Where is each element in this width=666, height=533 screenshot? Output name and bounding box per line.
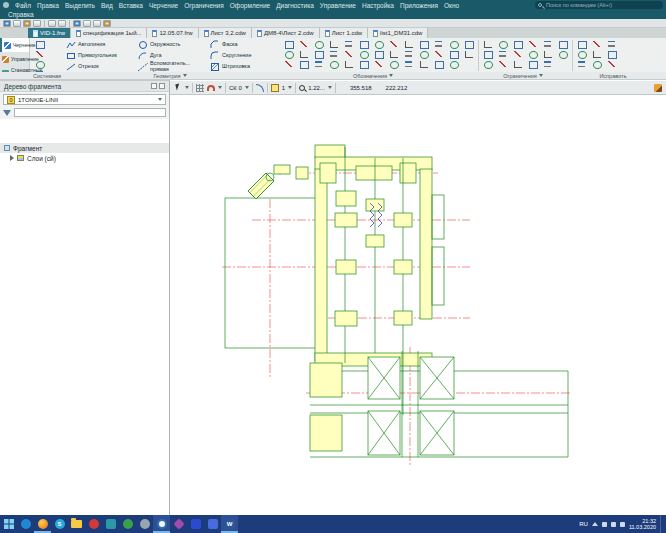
ribbon-icon[interactable]: [481, 40, 495, 49]
redo-icon[interactable]: [58, 20, 66, 27]
angle-snap-icon[interactable]: [256, 84, 264, 92]
ribbon-icon[interactable]: [33, 60, 47, 69]
ribbon-icon[interactable]: [605, 50, 619, 59]
open-document-icon[interactable]: [13, 20, 21, 27]
tree-root-item[interactable]: Фрагмент: [0, 143, 169, 153]
circle-tool[interactable]: Окружность: [136, 39, 208, 50]
properties-icon[interactable]: [83, 20, 91, 27]
ribbon-icon[interactable]: [342, 50, 356, 59]
zoom-value[interactable]: 1.22...: [308, 85, 325, 91]
ribbon-icon[interactable]: [511, 40, 525, 49]
document-tab[interactable]: спецификация 1ый...: [71, 28, 147, 38]
close-panel-icon[interactable]: [159, 83, 165, 89]
tree-layers-item[interactable]: Слои (сй): [0, 153, 169, 163]
ribbon-icon[interactable]: [33, 40, 47, 49]
ribbon-icon[interactable]: [402, 50, 416, 59]
update-icon[interactable]: [73, 20, 81, 27]
drawing-canvas[interactable]: [170, 95, 666, 515]
undo-icon[interactable]: [48, 20, 56, 27]
line-style-dropdown[interactable]: 0 1TONKIE-LINII: [3, 94, 166, 105]
ribbon-icon[interactable]: [372, 60, 386, 69]
ribbon-icon[interactable]: [297, 60, 311, 69]
ribbon-icon[interactable]: [575, 40, 589, 49]
hatch-tool[interactable]: Штриховка: [208, 61, 280, 72]
chevron-down-icon[interactable]: [245, 86, 249, 89]
document-tab[interactable]: Лист 1.cdw: [320, 28, 368, 38]
menu-item[interactable]: Правка: [34, 2, 62, 9]
ribbon-icon[interactable]: [372, 40, 386, 49]
taskbar-clock[interactable]: 21:32 11.03.2020: [629, 518, 656, 531]
layer-icon[interactable]: [271, 84, 279, 92]
fillet-tool[interactable]: Скругление: [208, 50, 280, 61]
browser-button[interactable]: [17, 515, 34, 533]
group-label-constraints[interactable]: Ограничения: [468, 73, 578, 79]
ribbon-icon[interactable]: [556, 50, 570, 59]
chevron-down-icon[interactable]: [218, 86, 222, 89]
menu-item[interactable]: Черчение: [146, 2, 181, 9]
ribbon-icon[interactable]: [447, 60, 461, 69]
network-icon[interactable]: [611, 522, 616, 527]
ribbon-icon[interactable]: [342, 40, 356, 49]
app-blue2-button[interactable]: [204, 515, 221, 533]
hidden-icons-arrow[interactable]: [592, 522, 598, 526]
notifications-icon[interactable]: [620, 522, 625, 527]
document-tab[interactable]: ДМ8-4\Лист 2.cdw: [252, 28, 320, 38]
mode-drawing-button[interactable]: Черчение: [0, 38, 29, 52]
ribbon-icon[interactable]: [481, 50, 495, 59]
menu-item[interactable]: Приложения: [397, 2, 441, 9]
print-icon[interactable]: [33, 20, 41, 27]
ribbon-icon[interactable]: [541, 40, 555, 49]
skype-button[interactable]: S: [51, 515, 68, 533]
ribbon-icon[interactable]: [526, 50, 540, 59]
menu-item-help[interactable]: Справка: [5, 11, 37, 18]
coordinate-system-value[interactable]: СК 0: [229, 85, 242, 91]
ribbon-icon[interactable]: [327, 60, 341, 69]
ribbon-icon[interactable]: [511, 60, 525, 69]
show-desktop-button[interactable]: [660, 515, 663, 533]
app-red-button[interactable]: [85, 515, 102, 533]
ribbon-icon[interactable]: [447, 40, 461, 49]
ribbon-icon[interactable]: [297, 40, 311, 49]
ribbon-icon[interactable]: [556, 40, 570, 49]
ribbon-icon[interactable]: [605, 40, 619, 49]
document-tab[interactable]: list1_DM31.cdw: [368, 28, 428, 38]
ribbon-icon[interactable]: [327, 40, 341, 49]
firefox-button[interactable]: [34, 515, 51, 533]
ribbon-icon[interactable]: [417, 60, 431, 69]
app-teal-button[interactable]: [102, 515, 119, 533]
ribbon-icon[interactable]: [432, 50, 446, 59]
ribbon-icon[interactable]: [481, 60, 495, 69]
ribbon-icon[interactable]: [312, 60, 326, 69]
ribbon-icon[interactable]: [282, 40, 296, 49]
menu-item[interactable]: Управление: [317, 2, 359, 9]
ribbon-icon[interactable]: [357, 50, 371, 59]
group-label-fix[interactable]: Исправить: [578, 73, 648, 79]
menu-item[interactable]: Оформление: [227, 2, 273, 9]
ribbon-icon[interactable]: [496, 50, 510, 59]
menu-item[interactable]: Выделить: [62, 2, 98, 9]
expand-arrow-icon[interactable]: [10, 155, 14, 161]
edit-pencil-icon[interactable]: [654, 84, 662, 92]
ribbon-icon[interactable]: [590, 40, 604, 49]
ribbon-icon[interactable]: [511, 50, 525, 59]
ribbon-icon[interactable]: [590, 50, 604, 59]
app-gray-button[interactable]: [136, 515, 153, 533]
ribbon-icon[interactable]: [357, 40, 371, 49]
ribbon-icon[interactable]: [387, 40, 401, 49]
document-tab[interactable]: 12.05.07.frw: [147, 28, 198, 38]
segment-tool[interactable]: Отрезок: [64, 61, 136, 72]
tree-filter-input[interactable]: [14, 108, 166, 117]
autoline-tool[interactable]: Автолиния: [64, 39, 136, 50]
mode-management-button[interactable]: Управление: [0, 52, 29, 66]
ribbon-icon[interactable]: [402, 40, 416, 49]
ribbon-icon[interactable]: [605, 60, 619, 69]
menu-item[interactable]: Окно: [441, 2, 462, 9]
ribbon-icon[interactable]: [575, 50, 589, 59]
snap-toggle-icon[interactable]: [207, 85, 215, 91]
document-tab[interactable]: VID-1.frw: [28, 28, 71, 38]
ribbon-icon[interactable]: [496, 60, 510, 69]
ribbon-icon[interactable]: [372, 50, 386, 59]
ribbon-icon[interactable]: [297, 50, 311, 59]
variables-icon[interactable]: [93, 20, 101, 27]
command-search-input[interactable]: [535, 1, 663, 9]
